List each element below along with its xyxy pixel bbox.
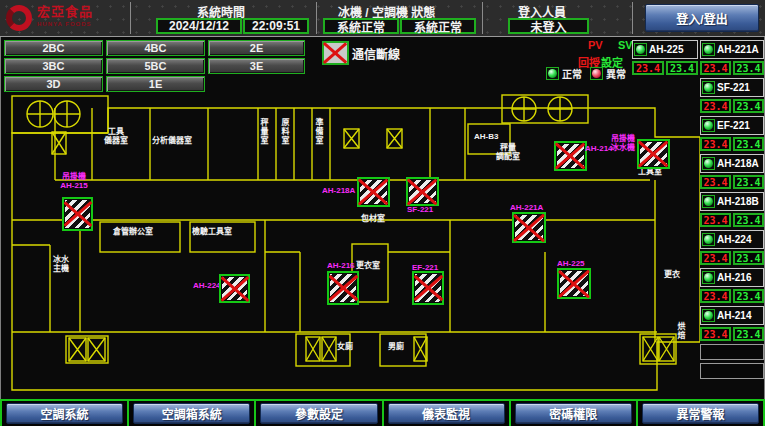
pv-value: 23.4: [632, 61, 664, 75]
system-clock-value: 22:09:51: [243, 18, 309, 34]
brand-name: 宏亞食品: [37, 5, 93, 18]
floor-button-4bc[interactable]: 4BC: [106, 40, 205, 56]
comm-loss-marker-ah-218a[interactable]: [357, 177, 390, 207]
sv-value: 23.4: [733, 289, 764, 303]
comm-loss-marker-ah-221a[interactable]: [512, 212, 546, 243]
room-label: 冰水 主機: [53, 255, 69, 273]
comm-loss-marker-ef-221[interactable]: [412, 271, 444, 305]
comm-loss-legend-icon: [322, 41, 349, 65]
comm-loss-marker-ah-216[interactable]: [327, 271, 359, 305]
floor-button-2e[interactable]: 2E: [208, 40, 305, 56]
normal-led-icon: [546, 67, 559, 80]
equipment-label: AH-224: [193, 281, 221, 290]
login-logout-button[interactable]: 登入/登出: [645, 4, 759, 32]
footer-nav: 空調系統 空調箱系統 參數設定 儀表監視 密碼權限 異常警報: [0, 399, 765, 426]
floor-button-3e[interactable]: 3E: [208, 58, 305, 74]
abnormal-led-icon: [590, 67, 603, 80]
scada-screen: 宏亞食品 HUNYA FOODS 系統時間 2024/12/12 22:09:5…: [0, 0, 765, 426]
room-label: 更衣室: [356, 261, 380, 270]
unit-ef-221[interactable]: EF-221: [700, 116, 764, 135]
unit-name: AH-225: [649, 44, 683, 55]
unit-ah-214[interactable]: AH-214: [700, 306, 764, 325]
chiller-status-value: 系統正常: [323, 18, 399, 34]
unit-ah-224[interactable]: AH-224: [700, 230, 764, 249]
equipment-label: AH-225: [557, 259, 585, 268]
pv-header-label: PV: [588, 39, 603, 51]
unit-status-led-icon: [702, 233, 715, 246]
sv-value: 23.4: [733, 99, 764, 113]
unit-values: 23.4 23.4: [700, 213, 764, 227]
sv-value: 23.4: [733, 61, 764, 75]
unit-values: 23.4 23.4: [700, 137, 764, 151]
sv-value: 23.4: [733, 251, 764, 265]
nav-password-auth-button[interactable]: 密碼權限: [515, 403, 632, 424]
room-label: 更衣: [664, 270, 680, 279]
comm-loss-legend-label: 通信斷線: [352, 45, 400, 62]
nav-ac-system-button[interactable]: 空調系統: [6, 403, 123, 424]
company-logo: 宏亞食品 HUNYA FOODS: [6, 2, 128, 34]
system-date-value: 2024/12/12: [156, 18, 242, 34]
comm-loss-marker-ah-225[interactable]: [557, 268, 591, 299]
room-label: 倉管辦公室: [113, 227, 153, 236]
equipment-label: SF-221: [407, 205, 433, 214]
comm-loss-marker-ah-215[interactable]: [62, 197, 93, 231]
room-label: 秤量 調配室: [496, 143, 520, 161]
unit-values: 23.4 23.4: [700, 251, 764, 265]
unit-values: 23.4 23.4: [700, 327, 764, 341]
pv-value: 23.4: [700, 99, 731, 113]
unit-status-led-icon: [702, 157, 715, 170]
equipment-label: 吊掛機 AH-215: [56, 172, 92, 190]
sv-value: 23.4: [666, 61, 698, 75]
sv-value: 23.4: [733, 137, 764, 151]
empty-unit-slot: [700, 344, 764, 360]
room-label: 包材室: [361, 214, 385, 223]
unit-status-led-icon: [702, 195, 715, 208]
normal-legend: 正常: [546, 66, 582, 81]
nav-ahu-system-button[interactable]: 空調箱系統: [133, 403, 250, 424]
comm-loss-marker-ah-214[interactable]: [554, 141, 587, 171]
pv-value: 23.4: [700, 175, 731, 189]
unit-ah-218b[interactable]: AH-218B: [700, 192, 764, 211]
unit-name: EF-221: [717, 120, 750, 131]
unit-ah-218a[interactable]: AH-218A: [700, 154, 764, 173]
unit-values: 23.4 23.4: [700, 61, 764, 75]
unit-name: AH-224: [717, 234, 751, 245]
unit-values: 23.4 23.4: [632, 61, 698, 75]
divider: [316, 2, 317, 34]
unit-name: AH-214: [717, 310, 751, 321]
ahu-status-value: 系統正常: [400, 18, 476, 34]
sv-value: 23.4: [733, 213, 764, 227]
pv-value: 23.4: [700, 137, 731, 151]
floor-button-2bc[interactable]: 2BC: [4, 40, 103, 56]
unit-ah-221a[interactable]: AH-221A: [700, 40, 764, 59]
abnormal-legend-label: 異常: [606, 66, 626, 81]
room-label: 分析儀器室: [152, 136, 192, 145]
unit-status-led-icon: [702, 309, 715, 322]
unit-ah-216[interactable]: AH-216: [700, 268, 764, 287]
divider: [482, 2, 483, 34]
header-bar: 宏亞食品 HUNYA FOODS 系統時間 2024/12/12 22:09:5…: [0, 0, 765, 37]
equipment-label: AH-218A: [322, 186, 355, 195]
floor-button-3d[interactable]: 3D: [4, 76, 103, 92]
comm-loss-marker-sf-221[interactable]: [406, 177, 439, 206]
floor-button-5bc[interactable]: 5BC: [106, 58, 205, 74]
nav-parameter-set-button[interactable]: 參數設定: [260, 403, 377, 424]
nav-meter-monitor-button[interactable]: 儀表監視: [388, 403, 505, 424]
comm-loss-marker-hoist[interactable]: [637, 139, 670, 169]
room-label: 女廁: [337, 342, 353, 351]
sv-header-label: SV: [618, 39, 633, 51]
floor-button-3bc[interactable]: 3BC: [4, 58, 103, 74]
divider: [632, 2, 633, 34]
nav-alarm-button[interactable]: 異常警報: [642, 403, 759, 424]
room-label: 烘焙: [676, 322, 685, 340]
pv-value: 23.4: [700, 289, 731, 303]
unit-ah-225[interactable]: AH-225: [632, 40, 698, 59]
floor-button-1e[interactable]: 1E: [106, 76, 205, 92]
unit-name: SF-221: [717, 82, 750, 93]
unit-status-led-icon: [634, 43, 647, 56]
unit-status-led-icon: [702, 43, 715, 56]
room-label: 檢驗工具室: [192, 227, 232, 236]
comm-loss-marker-ah-224[interactable]: [219, 274, 250, 303]
unit-sf-221[interactable]: SF-221: [700, 78, 764, 97]
unit-values: 23.4 23.4: [700, 175, 764, 189]
